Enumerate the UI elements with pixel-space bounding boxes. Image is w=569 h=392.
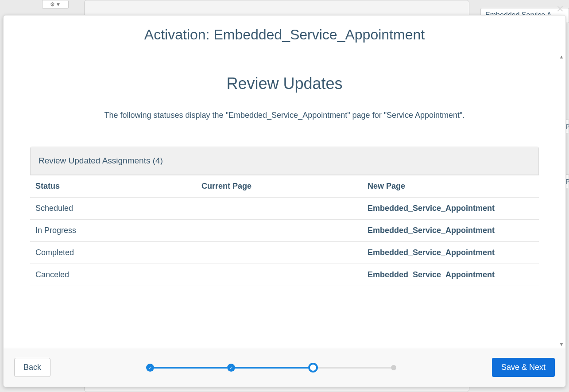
activation-modal: Activation: Embedded_Service_Appointment…: [3, 15, 566, 387]
progress-step-4-upcoming[interactable]: [391, 365, 396, 370]
assignments-table-header: Status Current Page New Page: [30, 175, 539, 198]
gear-icon: ⚙: [50, 1, 55, 8]
modal-title: Activation: Embedded_Service_Appointment: [12, 27, 557, 43]
scroll-down-icon[interactable]: ▼: [559, 342, 564, 347]
col-status: Status: [35, 182, 201, 191]
back-button[interactable]: Back: [14, 358, 50, 377]
cell-new-page: Embedded_Service_Appointment: [368, 204, 534, 213]
progress-line: [318, 367, 391, 369]
progress-line: [235, 367, 308, 369]
step-progress: [146, 363, 396, 373]
cell-status: Scheduled: [35, 204, 201, 213]
col-current-page: Current Page: [201, 182, 368, 191]
cell-current: [201, 248, 368, 257]
review-updates-title: Review Updates: [30, 74, 539, 93]
review-updates-subtitle: The following statuses display the "Embe…: [30, 111, 539, 120]
modal-body[interactable]: ▲ Review Updates The following statuses …: [4, 53, 565, 348]
assignments-panel: Review Updated Assignments (4): [30, 147, 539, 175]
modal-header: Activation: Embedded_Service_Appointment: [4, 16, 565, 53]
cell-status: Canceled: [35, 270, 201, 279]
cell-new-page: Embedded_Service_Appointment: [368, 248, 534, 257]
progress-step-2-complete[interactable]: [227, 364, 235, 372]
table-row: In Progress Embedded_Service_Appointment: [30, 220, 539, 242]
save-next-button[interactable]: Save & Next: [492, 358, 555, 377]
cell-current: [201, 226, 368, 235]
cell-new-page: Embedded_Service_Appointment: [368, 270, 534, 279]
chevron-down-icon: ▼: [56, 1, 61, 8]
assignments-panel-header: Review Updated Assignments (4): [31, 147, 538, 175]
check-icon: [229, 365, 233, 370]
table-row: Canceled Embedded_Service_Appointment: [30, 264, 539, 286]
col-new-page: New Page: [368, 182, 534, 191]
bg-gear-button[interactable]: ⚙▼: [42, 0, 69, 9]
close-button[interactable]: ×: [557, 3, 564, 15]
check-icon: [148, 365, 152, 370]
scroll-up-icon[interactable]: ▲: [559, 54, 564, 59]
table-row: Completed Embedded_Service_Appointment: [30, 242, 539, 264]
cell-status: In Progress: [35, 226, 201, 235]
progress-line: [154, 367, 227, 369]
cell-new-page: Embedded_Service_Appointment: [368, 226, 534, 235]
cell-status: Completed: [35, 248, 201, 257]
progress-step-3-current[interactable]: [308, 363, 318, 373]
modal-footer: Back Save & Next: [4, 348, 565, 387]
cell-current: [201, 204, 368, 213]
table-row: Scheduled Embedded_Service_Appointment: [30, 198, 539, 220]
progress-step-1-complete[interactable]: [146, 364, 154, 372]
cell-current: [201, 270, 368, 279]
